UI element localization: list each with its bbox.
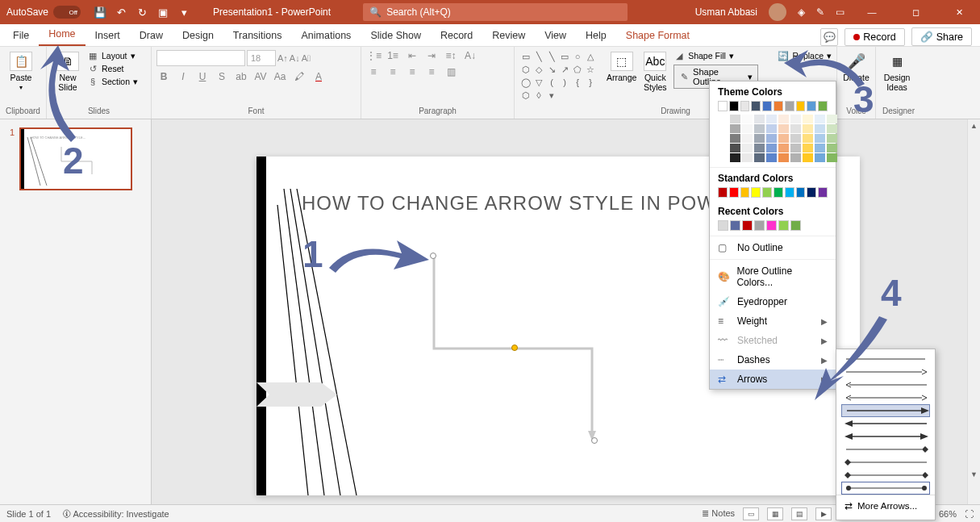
color-shade-swatch[interactable]: [790, 144, 801, 152]
color-shade-swatch[interactable]: [718, 153, 728, 162]
autosave-toggle[interactable]: AutoSave Off: [0, 6, 87, 19]
user-name[interactable]: Usman Abbasi: [695, 6, 757, 18]
justify-button[interactable]: ≡: [424, 66, 439, 77]
char-spacing-button[interactable]: AV: [253, 71, 268, 82]
bullets-button[interactable]: ⋮≡: [366, 50, 381, 61]
tab-design[interactable]: Design: [173, 25, 223, 46]
font-color-button[interactable]: A: [311, 71, 326, 82]
arrange-button[interactable]: ⬚ Arrange: [607, 50, 637, 82]
color-shade-swatch[interactable]: [766, 124, 777, 133]
color-shade-swatch[interactable]: [730, 115, 740, 123]
color-shade-swatch[interactable]: [803, 115, 813, 123]
color-swatch[interactable]: [807, 187, 816, 198]
no-outline-item[interactable]: ▢No Outline: [710, 238, 836, 257]
color-swatch[interactable]: [818, 101, 828, 111]
avatar[interactable]: [769, 3, 786, 21]
color-swatch[interactable]: [762, 187, 772, 198]
color-shade-swatch[interactable]: [754, 124, 765, 133]
color-shade-swatch[interactable]: [730, 134, 740, 143]
color-shade-swatch[interactable]: [803, 144, 813, 152]
qat-more-icon[interactable]: ▾: [176, 4, 192, 20]
color-shade-swatch[interactable]: [754, 144, 765, 152]
color-swatch[interactable]: [718, 101, 728, 111]
decrease-indent-button[interactable]: ⇤: [405, 50, 419, 61]
underline-button[interactable]: U: [195, 71, 210, 82]
color-swatch[interactable]: [751, 187, 761, 198]
tab-transitions[interactable]: Transitions: [223, 25, 292, 46]
tab-draw[interactable]: Draw: [130, 25, 173, 46]
connector-handle-end[interactable]: [591, 437, 598, 444]
line-spacing-button[interactable]: ≡↕: [444, 50, 458, 61]
color-swatch[interactable]: [718, 187, 728, 198]
arrow-style-both-diamond[interactable]: [841, 469, 930, 482]
columns-button[interactable]: ▥: [444, 66, 458, 77]
shadow-button[interactable]: ab: [234, 71, 248, 82]
tab-record[interactable]: Record: [431, 25, 482, 46]
color-shade-swatch[interactable]: [790, 115, 801, 123]
color-shade-swatch[interactable]: [742, 115, 753, 123]
redo-icon[interactable]: ↻: [134, 4, 150, 20]
arrow-style-left-diamond[interactable]: [841, 456, 930, 469]
arrow-style-both-filled[interactable]: [841, 430, 930, 443]
color-swatch[interactable]: [807, 101, 816, 111]
color-shade-swatch[interactable]: [778, 153, 789, 162]
color-shade-swatch[interactable]: [754, 115, 765, 123]
align-center-button[interactable]: ≡: [386, 66, 400, 77]
clear-formatting-icon[interactable]: A⃠: [302, 53, 311, 63]
color-shade-swatch[interactable]: [778, 124, 789, 133]
color-shade-swatch[interactable]: [815, 124, 825, 133]
shape-fill-button[interactable]: ◢Shape Fill ▾: [673, 50, 758, 61]
tab-home[interactable]: Home: [39, 23, 85, 46]
design-ideas-button[interactable]: ▦ Design Ideas: [881, 50, 913, 92]
color-shade-swatch[interactable]: [730, 124, 740, 133]
color-shade-swatch[interactable]: [754, 153, 765, 162]
pen-icon[interactable]: ✎: [816, 6, 824, 18]
color-shade-swatch[interactable]: [778, 134, 789, 143]
numbering-button[interactable]: 1≡: [386, 50, 400, 61]
align-left-button[interactable]: ≡: [366, 66, 381, 77]
ribbon-display-icon[interactable]: ▭: [836, 6, 844, 18]
color-shade-swatch[interactable]: [718, 144, 728, 152]
color-shade-swatch[interactable]: [790, 134, 801, 143]
undo-icon[interactable]: ↶: [113, 4, 129, 20]
color-swatch[interactable]: [730, 220, 740, 231]
tab-animations[interactable]: Animations: [292, 25, 361, 46]
color-swatch[interactable]: [740, 187, 750, 198]
color-shade-swatch[interactable]: [742, 144, 753, 152]
tab-slideshow[interactable]: Slide Show: [361, 25, 431, 46]
color-shade-swatch[interactable]: [730, 153, 740, 162]
slide-counter[interactable]: Slide 1 of 1: [6, 509, 51, 519]
tab-help[interactable]: Help: [576, 25, 616, 46]
color-swatch[interactable]: [778, 220, 789, 231]
color-shade-swatch[interactable]: [827, 153, 837, 162]
share-button[interactable]: 🔗 Share: [911, 27, 972, 46]
color-shade-swatch[interactable]: [815, 134, 825, 143]
eyedropper-item[interactable]: 💉Eyedropper: [710, 292, 836, 311]
zoom-level[interactable]: 66%: [939, 509, 957, 519]
arrow-style-right-diamond[interactable]: [841, 443, 930, 456]
color-shade-swatch[interactable]: [803, 134, 813, 143]
scroll-down-button[interactable]: ▼: [968, 468, 980, 481]
color-shade-swatch[interactable]: [766, 153, 777, 162]
font-size-box[interactable]: 18: [247, 50, 276, 66]
vertical-scrollbar[interactable]: ▲ ▼: [967, 119, 980, 507]
decrease-font-icon[interactable]: A↓: [290, 53, 300, 63]
color-shade-swatch[interactable]: [827, 115, 837, 123]
color-swatch[interactable]: [785, 187, 794, 198]
color-swatch[interactable]: [754, 220, 765, 231]
tab-view[interactable]: View: [535, 25, 576, 46]
color-shade-swatch[interactable]: [815, 153, 825, 162]
reading-view-button[interactable]: ▤: [791, 507, 807, 520]
tab-insert[interactable]: Insert: [85, 25, 130, 46]
connector-handle-mid[interactable]: [511, 345, 518, 351]
sort-button[interactable]: A↓: [463, 50, 477, 61]
color-shade-swatch[interactable]: [815, 144, 825, 152]
color-shade-swatch[interactable]: [754, 134, 765, 143]
color-shade-swatch[interactable]: [766, 144, 777, 152]
color-shade-swatch[interactable]: [790, 153, 801, 162]
color-swatch[interactable]: [796, 101, 806, 111]
accessibility-status[interactable]: 🛈 Accessibility: Investigate: [62, 509, 169, 519]
scroll-up-button[interactable]: ▲: [968, 119, 980, 132]
color-shade-swatch[interactable]: [742, 124, 753, 133]
more-outline-colors-item[interactable]: 🎨More Outline Colors...: [710, 261, 836, 292]
